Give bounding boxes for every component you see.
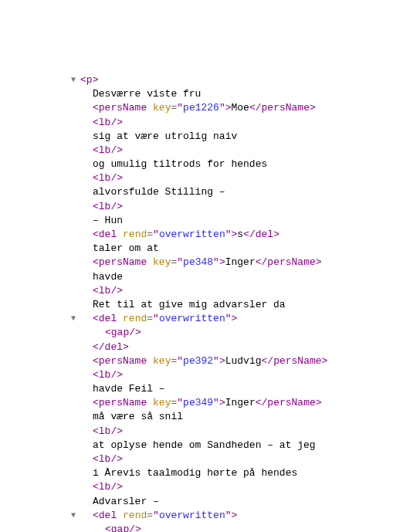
token-punct: <: [93, 397, 99, 408]
code-line[interactable]: <persName key="pe349">Inger</persName>: [80, 396, 403, 410]
token-punct: >: [232, 510, 238, 521]
token-txt: Advarsler –: [93, 496, 159, 507]
token-punct: >: [123, 341, 129, 353]
token-txt: sig at være utrolig naiv: [93, 130, 237, 142]
token-punct: >: [219, 256, 225, 268]
token-punct: />: [110, 201, 123, 212]
token-txt: og umulig tiltrods for hendes: [93, 158, 267, 170]
token-punct: />: [110, 144, 123, 156]
token-punct: ": [225, 510, 232, 521]
token-punct: />: [110, 481, 123, 493]
code-line[interactable]: <lb/>: [80, 480, 403, 494]
token-punct: <: [93, 425, 99, 437]
token-punct: <: [105, 327, 111, 338]
code-line[interactable]: ▼<p>: [80, 73, 403, 87]
token-attr: key: [153, 256, 171, 268]
code-line[interactable]: havde Feil –: [80, 382, 403, 396]
token-tag: lb: [99, 453, 111, 465]
code-line[interactable]: sig at være utrolig naiv: [80, 130, 403, 144]
token-txt: Inger: [225, 256, 256, 268]
code-line[interactable]: ▼<del rend="overwritten">: [80, 509, 403, 523]
token-txt: – Hun: [93, 215, 123, 226]
code-line[interactable]: <lb/>: [80, 368, 403, 382]
twisty-down-icon[interactable]: ▼: [71, 313, 76, 324]
token-tag: gap: [111, 327, 129, 338]
token-eq: =: [147, 229, 153, 240]
code-line[interactable]: <lb/>: [80, 116, 403, 130]
token-punct: </: [93, 341, 105, 353]
code-line[interactable]: <lb/>: [80, 200, 403, 214]
code-line[interactable]: <gap/>: [80, 326, 403, 340]
code-line[interactable]: <lb/>: [80, 144, 403, 158]
token-val: pe348: [183, 256, 213, 268]
token-tag: persName: [267, 256, 315, 268]
token-punct: />: [110, 369, 123, 381]
token-tag: persName: [99, 256, 147, 268]
token-txt: [117, 229, 123, 240]
token-punct: </: [243, 229, 256, 240]
code-line[interactable]: i Årevis taalmodig hørte på hendes: [80, 466, 403, 480]
token-txt: havde: [93, 271, 123, 283]
token-val: overwritten: [159, 313, 225, 324]
twisty-down-icon[interactable]: ▼: [71, 75, 76, 86]
code-line[interactable]: må være så snil: [80, 410, 403, 424]
code-line[interactable]: <persName key="pe1226">Moe</persName>: [80, 101, 403, 115]
token-punct: />: [110, 285, 123, 296]
token-punct: ": [213, 397, 219, 408]
token-punct: >: [316, 397, 322, 408]
code-line[interactable]: </del>: [80, 341, 403, 354]
token-punct: <: [105, 524, 111, 532]
token-punct: >: [225, 102, 232, 114]
code-line[interactable]: – Hun: [80, 214, 403, 228]
xml-source-view: ▼<p>Desværre viste fru<persName key="pe1…: [0, 70, 403, 532]
code-line[interactable]: at oplyse hende om Sandheden – at jeg: [80, 439, 403, 452]
code-line[interactable]: havde: [80, 270, 403, 284]
token-eq: =: [147, 313, 153, 324]
code-line[interactable]: <lb/>: [80, 284, 403, 298]
token-punct: />: [110, 453, 123, 465]
code-line[interactable]: <lb/>: [80, 425, 403, 439]
token-txt: i Årevis taalmodig hørte på hendes: [93, 467, 297, 479]
code-line[interactable]: <del rend="overwritten">s</del>: [80, 228, 403, 242]
token-val: overwritten: [159, 510, 225, 521]
code-line[interactable]: alvorsfulde Stilling –: [80, 185, 403, 199]
token-tag: lb: [99, 201, 111, 212]
code-line[interactable]: <persName key="pe348">Inger</persName>: [80, 256, 403, 269]
token-txt: [147, 256, 153, 268]
code-line[interactable]: Desværre viste fru: [80, 87, 403, 101]
token-punct: ": [213, 256, 219, 268]
token-tag: del: [99, 313, 117, 324]
token-val: pe392: [183, 355, 213, 367]
token-punct: />: [129, 524, 141, 532]
token-punct: </: [256, 256, 268, 268]
token-punct: <: [93, 355, 99, 367]
code-line[interactable]: <persName key="pe392">Ludvig</persName>: [80, 354, 403, 368]
code-line[interactable]: <gap/>: [80, 523, 403, 532]
token-tag: persName: [267, 397, 315, 408]
token-tag: lb: [99, 425, 111, 437]
token-punct: <: [93, 117, 99, 128]
token-tag: gap: [111, 524, 129, 532]
token-punct: >: [273, 229, 279, 240]
code-line[interactable]: Advarsler –: [80, 495, 403, 509]
token-val: overwritten: [159, 229, 225, 240]
token-txt: [147, 355, 153, 367]
token-txt: alvorsfulde Stilling –: [93, 186, 225, 198]
code-line[interactable]: ▼<del rend="overwritten">: [80, 312, 403, 326]
token-punct: </: [256, 397, 268, 408]
token-tag: lb: [99, 117, 111, 128]
token-punct: <: [93, 172, 99, 184]
token-txt: taler om at: [93, 242, 159, 254]
code-line[interactable]: <lb/>: [80, 171, 403, 185]
code-line[interactable]: <lb/>: [80, 452, 403, 466]
token-punct: <: [80, 74, 86, 86]
token-punct: ": [153, 510, 159, 521]
twisty-down-icon[interactable]: ▼: [71, 510, 76, 521]
token-txt: s: [237, 229, 243, 240]
token-val: pe349: [183, 397, 213, 408]
code-line[interactable]: taler om at: [80, 242, 403, 256]
code-line[interactable]: og umulig tiltrods for hendes: [80, 158, 403, 171]
token-punct: ": [177, 397, 183, 408]
token-punct: ": [213, 355, 219, 367]
code-line[interactable]: Ret til at give mig advarsler da: [80, 298, 403, 312]
